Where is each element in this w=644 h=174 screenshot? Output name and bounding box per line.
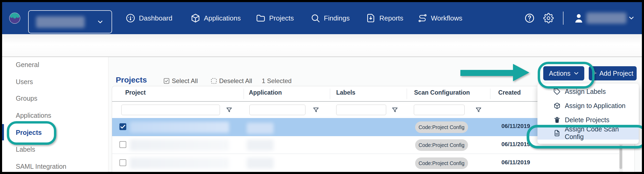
cube-icon (554, 102, 561, 109)
findings-icon (310, 13, 320, 23)
nav-item-label: Findings (324, 14, 350, 22)
deselect-all-label[interactable]: Deselect All (219, 77, 252, 85)
nav-item-label: Dashboard (139, 14, 172, 22)
column-header-application[interactable]: Application (249, 89, 282, 96)
redacted-project-name (130, 122, 229, 133)
actions-button[interactable]: Actions (543, 66, 584, 80)
filter-funnel-icon[interactable] (475, 107, 482, 113)
checked-checkbox-icon (163, 78, 170, 84)
scan-config-badge: Code:Project Config (415, 157, 468, 169)
column-header-project[interactable]: Project (125, 89, 146, 96)
row-checkbox[interactable] (119, 141, 126, 148)
column-divider (490, 89, 490, 99)
projects-icon (256, 13, 266, 23)
filter-funnel-icon[interactable] (392, 107, 398, 113)
sidebar-item-users[interactable]: Users (16, 78, 33, 86)
add-project-button[interactable]: + Add Project (589, 66, 637, 80)
select-all-button[interactable] (163, 78, 170, 84)
add-project-label: Add Project (599, 70, 633, 77)
redacted-project-name (130, 158, 229, 169)
gear-icon (543, 13, 554, 23)
redacted-username (586, 13, 626, 24)
actions-button-label: Actions (549, 70, 571, 77)
projects-heading: Projects (116, 75, 147, 84)
app-logo-icon (9, 12, 21, 24)
nav-item-findings[interactable]: Findings (310, 2, 350, 34)
redacted-product-name (36, 16, 85, 28)
check-icon (119, 123, 126, 130)
chevron-down-icon (98, 21, 103, 24)
nav-item-label: Reports (379, 14, 403, 22)
settings-button[interactable] (543, 13, 554, 23)
workflows-icon (417, 13, 427, 23)
filter-input-project[interactable] (121, 105, 220, 115)
page-header: Administration (2, 34, 642, 57)
nav-item-reports[interactable]: Reports (366, 2, 403, 34)
scan-config-badge: Code:Project Config (415, 139, 468, 151)
user-menu[interactable] (574, 2, 634, 34)
navbar-divider (563, 12, 564, 25)
column-divider (244, 89, 244, 99)
app-window: Dashboard Applications Projects Findings (0, 0, 644, 174)
redacted-application-name (247, 140, 274, 151)
filter-input-application[interactable] (249, 105, 305, 115)
nav-item-label: Projects (269, 14, 294, 22)
row-checkbox[interactable] (119, 159, 126, 166)
menu-item-assign-code-scan-config[interactable]: Assign Code Scan Config (537, 126, 639, 140)
filter-funnel-icon[interactable] (313, 107, 319, 113)
nav-item-dashboard[interactable]: Dashboard (125, 2, 172, 34)
sidebar-item-applications[interactable]: Applications (16, 111, 51, 120)
help-button[interactable] (524, 13, 535, 23)
product-switcher-dropdown[interactable] (28, 10, 112, 33)
menu-item-assign-labels[interactable]: Assign Labels (537, 85, 639, 98)
created-date: 06/11/2019 (501, 141, 530, 148)
help-icon (524, 13, 535, 23)
top-navbar: Dashboard Applications Projects Findings (2, 2, 642, 34)
filter-input-labels[interactable] (336, 105, 386, 115)
deselect-all-button[interactable] (211, 78, 217, 84)
filter-input-scan-configuration[interactable] (414, 105, 465, 115)
chevron-down-icon (629, 17, 634, 20)
scrollbar-thumb[interactable] (620, 145, 622, 169)
trash-icon (554, 116, 561, 124)
chevron-down-icon (574, 72, 578, 75)
sidebar-active-indicator (2, 124, 4, 140)
selected-count: 1 Selected (262, 77, 291, 85)
reports-icon (366, 13, 376, 23)
nav-item-label: Workflows (431, 14, 462, 22)
user-avatar-icon (574, 13, 584, 24)
redacted-application-name (247, 123, 274, 134)
vertical-scrollbar[interactable] (619, 144, 623, 172)
menu-item-label: Delete Projects (565, 116, 610, 124)
sidebar-item-groups[interactable]: Groups (16, 94, 37, 103)
sidebar-item-labels[interactable]: Labels (16, 145, 35, 153)
plus-icon: + (592, 69, 597, 78)
menu-item-assign-to-application[interactable]: Assign to Application (537, 99, 639, 112)
select-all-label[interactable]: Select All (172, 77, 198, 85)
created-date: 06/11/2019 (501, 159, 530, 166)
file-code-icon (554, 130, 561, 137)
column-header-created[interactable]: Created (498, 89, 521, 96)
menu-item-label: Assign Labels (565, 88, 606, 95)
nav-item-workflows[interactable]: Workflows (417, 2, 462, 34)
nav-item-projects[interactable]: Projects (256, 2, 294, 34)
applications-icon (190, 13, 200, 23)
column-divider (330, 89, 330, 99)
tag-icon (554, 88, 561, 95)
sidebar-item-projects[interactable]: Projects (16, 128, 42, 137)
menu-item-label: Assign Code Scan Config (565, 125, 639, 141)
redacted-application-name (247, 158, 274, 169)
sidebar-item-general[interactable]: General (16, 60, 39, 69)
app-logo (9, 12, 21, 24)
created-date: 06/11/2019 (501, 123, 530, 130)
dashboard-icon (125, 13, 135, 23)
column-header-labels[interactable]: Labels (336, 89, 355, 96)
sidebar-item-saml-integration[interactable]: SAML Integration (16, 162, 66, 171)
dashed-checkbox-icon (211, 78, 217, 84)
column-header-scan-configuration[interactable]: Scan Configuration (414, 89, 470, 96)
filter-funnel-icon[interactable] (226, 107, 232, 113)
nav-item-applications[interactable]: Applications (190, 2, 241, 34)
menu-item-delete-projects[interactable]: Delete Projects (537, 113, 639, 127)
scan-config-badge: Code:Project Config (415, 121, 468, 133)
row-checkbox-checked[interactable] (119, 123, 126, 130)
